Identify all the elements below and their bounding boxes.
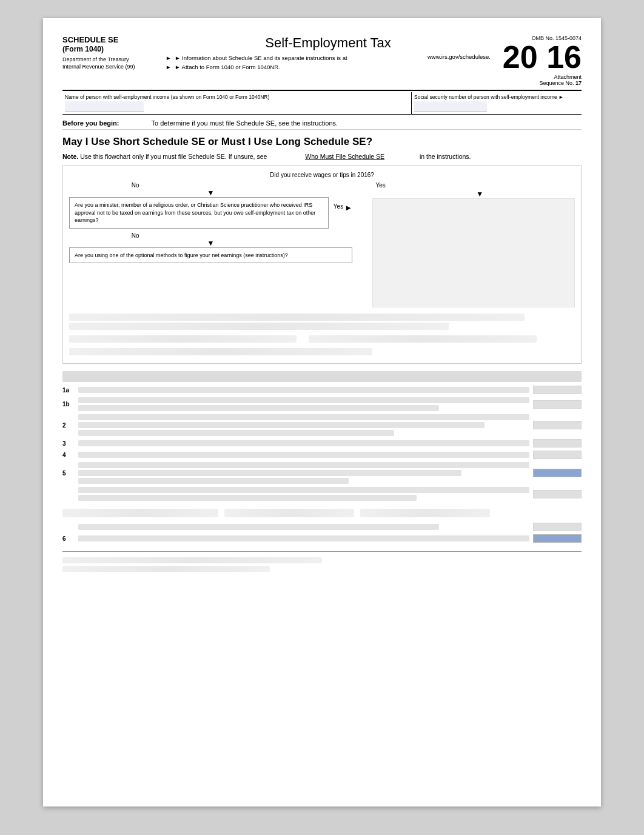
line-6-row: 6 (62, 534, 582, 543)
instructions-left: ► ► Information about Schedule SE and it… (166, 53, 347, 72)
line-5c-row (62, 523, 582, 531)
form-number: (Form 1040) (62, 45, 159, 53)
line-1b-box (533, 400, 582, 409)
flow-right-branch: Yes ▼ (372, 182, 575, 307)
dept-line1: Department of the Treasury (62, 56, 129, 62)
website-col: www.irs.gov/schedulese. (428, 53, 491, 60)
line-1b-row: 1b (62, 397, 582, 411)
note-suffix: in the instructions. (420, 153, 471, 160)
down-arrow-1: ▼ (207, 189, 215, 197)
note-text: Use this flowchart only if you must file… (80, 153, 267, 160)
dept-code: (99) (126, 64, 135, 70)
flow-no2-row: No ▼ (69, 232, 352, 247)
dept-info: Department of the Treasury Internal Reve… (62, 56, 159, 71)
line-3-row: 3 (62, 439, 582, 448)
schedule-title: SCHEDULE SE (62, 35, 159, 45)
name-input-box[interactable] (65, 101, 144, 112)
flow-left-branch: No ▼ Are you a minister, member of a rel… (69, 182, 352, 267)
down-arrow-2: ▼ (207, 239, 215, 247)
attachment: Attachment Sequence No. 17 (497, 74, 582, 86)
line-3-text (78, 440, 529, 446)
down-arrow-yes: ▼ (384, 190, 575, 198)
inst-line1: ► ► Information about Schedule SE and it… (166, 53, 347, 62)
line-5-text-area (78, 462, 529, 484)
line-4-num: 4 (62, 452, 75, 458)
flowchart-bottom (69, 314, 575, 355)
line-2-row: 2 (62, 414, 582, 436)
dept-line2: Internal Revenue Service (62, 64, 124, 70)
flowchart: Did you receive wages or tips in 2016? N… (62, 165, 582, 364)
line-5-num: 5 (62, 470, 75, 477)
form-header: SCHEDULE SE (Form 1040) Department of th… (62, 35, 582, 91)
no2-label: No (132, 232, 139, 239)
line-3-box (533, 439, 582, 448)
ssn-label: Social security number of person with se… (414, 94, 579, 100)
website-text: www.irs.gov/schedulese. (428, 53, 491, 60)
section-heading: May I Use Short Schedule SE or Must I Us… (62, 136, 582, 148)
line-6-text (78, 535, 529, 542)
line-5b-text-area (78, 487, 529, 501)
instructions-row: ► ► Information about Schedule SE and it… (166, 53, 491, 72)
before-begin-label: Before you begin: (62, 119, 119, 127)
line-5c-box (533, 523, 582, 531)
before-begin: Before you begin: To determine if you mu… (62, 115, 582, 130)
name-ssn-row: Name of person with self-employment inco… (62, 92, 582, 115)
main-title: Self-Employment Tax (166, 35, 491, 51)
line-5-row: 5 (62, 462, 582, 484)
form-footer (62, 551, 582, 572)
line-5b-box (533, 490, 582, 498)
header-center: Self-Employment Tax ► ► Information abou… (159, 35, 497, 72)
before-begin-text: To determine if you must file Schedule S… (152, 119, 338, 127)
arrow-icon2: ► (166, 64, 171, 70)
line-4-text (78, 452, 529, 458)
name-column: Name of person with self-employment inco… (62, 92, 412, 114)
note-line: Note. Use this flowchart only if you mus… (62, 153, 582, 160)
line-2-text-area (78, 414, 529, 436)
sequence-num: 17 (575, 80, 582, 86)
line-1b-num: 1b (62, 401, 75, 407)
form-body: 1a 1b 2 3 4 (62, 371, 582, 572)
ssn-column: Social security number of person with se… (412, 92, 582, 114)
line-1a-row: 1a (62, 386, 582, 394)
part-short-header (62, 371, 582, 382)
line-4-row: 4 (62, 451, 582, 459)
line-1a-text (78, 387, 529, 393)
yes-arrow-right: ► (344, 203, 352, 212)
header-left: SCHEDULE SE (Form 1040) Department of th… (62, 35, 159, 71)
note-link: Who Must File Schedule SE (305, 153, 384, 160)
line-5c-text (78, 524, 529, 530)
line-2-num: 2 (62, 422, 75, 429)
flow-bottom-row (69, 334, 575, 344)
line-6-box (533, 534, 582, 543)
flow-yes-right: Yes ► (334, 197, 352, 212)
line-5b-row (62, 487, 582, 501)
sequence-line: Sequence No. 17 (497, 80, 582, 86)
flow-main-question: Did you receive wages or tips in 2016? (69, 172, 575, 178)
line-4-box (533, 451, 582, 459)
year-display: 20 16 (497, 41, 582, 73)
flow-box1-row: Are you a minister, member of a religiou… (69, 197, 352, 232)
line-5-box (533, 469, 582, 477)
yes-label-top: Yes (375, 182, 575, 189)
nested-row (62, 507, 582, 519)
header-right: OMB No. 1545-0074 20 16 Attachment Seque… (497, 35, 582, 86)
line-2-box (533, 421, 582, 429)
nested-calc-area (62, 507, 582, 519)
line-6-num: 6 (62, 535, 75, 542)
name-label: Name of person with self-employment inco… (65, 94, 409, 100)
flow-right-content (372, 198, 575, 307)
arrow-icon: ► (166, 55, 171, 61)
note-label: Note. (62, 153, 78, 160)
no-label: No (132, 182, 139, 189)
flow-box1: Are you a minister, member of a religiou… (69, 197, 329, 229)
flow-box2: Are you using one of the optional method… (69, 247, 352, 264)
inst-line2: ► ► Attach to Form 1040 or Form 1040NR. (166, 62, 347, 72)
ssn-input-box[interactable] (414, 101, 487, 112)
yes-label-box1: Yes (334, 203, 343, 210)
line-1a-box (533, 386, 582, 394)
tax-form-page: SCHEDULE SE (Form 1040) Department of th… (43, 18, 601, 806)
line-3-num: 3 (62, 440, 75, 447)
line-1a-num: 1a (62, 387, 75, 394)
line-1b-text-area (78, 397, 529, 411)
attachment-label: Attachment (497, 74, 582, 80)
